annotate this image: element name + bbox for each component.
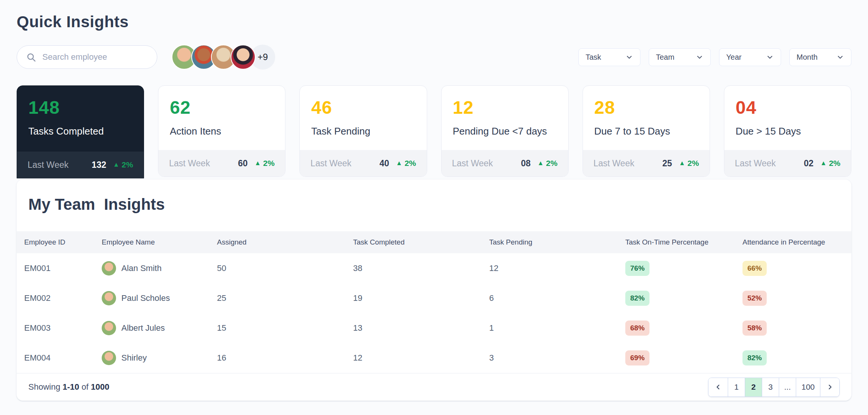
on-time-badge: 82%	[625, 291, 649, 306]
cell-employee-id: EM001	[24, 263, 102, 273]
cell-attendance: 58%	[742, 321, 844, 336]
stat-card-tasks-completed[interactable]: 148 Tasks Completed Last Week 132 ▲ 2%	[17, 85, 144, 178]
trend-delta: 2%	[829, 159, 840, 168]
card-body: 62 Action Itens	[158, 86, 285, 150]
lastweek-label: Last Week	[735, 158, 776, 169]
card-body: 04 Due > 15 Days	[724, 86, 851, 150]
team-filter-dropdown[interactable]: Team	[649, 48, 711, 66]
cell-attendance: 82%	[742, 350, 844, 365]
stat-card-due-over-15[interactable]: 04 Due > 15 Days Last Week 02 ▲ 2%	[724, 85, 851, 177]
stat-label: Due 7 to 15 Days	[594, 125, 698, 137]
lastweek-value: 132	[92, 160, 106, 170]
lastweek-value: 08	[521, 158, 531, 169]
trend-up-icon: ▲	[113, 161, 119, 169]
stat-card-pending-due-7[interactable]: 12 Pending Due <7 days Last Week 08 ▲ 2%	[441, 85, 569, 177]
month-filter-dropdown[interactable]: Month	[789, 48, 851, 66]
trend-delta: 2%	[546, 159, 557, 168]
col-header-task-completed: Task Completed	[353, 238, 489, 246]
table-body: EM001 Alan Smith 50 38 12 76% 66% EM002 …	[17, 253, 851, 373]
on-time-badge: 69%	[625, 350, 649, 365]
task-filter-dropdown[interactable]: Task	[578, 48, 640, 66]
stat-card-task-pending[interactable]: 46 Task Pending Last Week 40 ▲ 2%	[299, 85, 427, 177]
year-filter-dropdown[interactable]: Year	[719, 48, 781, 66]
cell-completed: 19	[353, 293, 489, 303]
trend-delta: 2%	[405, 159, 416, 168]
col-header-attendance: Attendance in Percentage	[742, 238, 844, 246]
card-footer: Last Week 60 ▲ 2%	[158, 150, 285, 177]
col-header-on-time: Task On-Time Percentage	[625, 238, 742, 246]
page-ellipsis[interactable]: ...	[779, 378, 796, 396]
cell-employee-id: EM003	[24, 323, 102, 333]
lastweek-value: 02	[804, 158, 814, 169]
page-button-1[interactable]: 1	[728, 378, 745, 396]
employee-avatar	[102, 321, 116, 335]
page-button-100[interactable]: 100	[796, 378, 820, 396]
trend-up-icon: ▲	[820, 159, 827, 167]
cell-attendance: 66%	[742, 261, 844, 276]
table-row[interactable]: EM003 Albert Jules 15 13 1 68% 58%	[17, 313, 851, 343]
trend-up-icon: ▲	[254, 159, 261, 167]
card-footer: Last Week 25 ▲ 2%	[583, 150, 710, 177]
table-row[interactable]: EM001 Alan Smith 50 38 12 76% 66%	[17, 253, 851, 283]
cell-completed: 12	[353, 353, 489, 363]
trend-up-icon: ▲	[538, 159, 544, 167]
search-icon	[26, 52, 36, 62]
page-button-3[interactable]: 3	[762, 378, 779, 396]
prev-page-button[interactable]	[708, 378, 728, 396]
cell-assigned: 16	[217, 353, 353, 363]
search-box[interactable]	[17, 45, 157, 69]
stat-value: 04	[736, 97, 840, 118]
employee-name: Albert Jules	[121, 323, 165, 333]
attendance-badge: 66%	[742, 261, 767, 276]
month-filter-label: Month	[797, 53, 836, 62]
stat-label: Due > 15 Days	[736, 125, 840, 137]
lastweek-value: 60	[238, 158, 248, 169]
employee-name: Shirley	[121, 353, 147, 363]
showing-range: 1-10	[63, 382, 79, 392]
cell-employee-id: EM004	[24, 353, 102, 363]
cell-assigned: 50	[217, 263, 353, 273]
card-footer: Last Week 132 ▲ 2%	[17, 152, 144, 178]
stat-card-action-items[interactable]: 62 Action Itens Last Week 60 ▲ 2%	[158, 85, 285, 177]
stat-value: 46	[311, 97, 415, 118]
showing-prefix: Showing	[28, 382, 60, 392]
lastweek-label: Last Week	[594, 158, 634, 169]
table-footer: Showing 1-10 of 1000 1 2 3 ... 100	[17, 373, 851, 401]
cell-completed: 38	[353, 263, 489, 273]
card-body: 148 Tasks Completed	[17, 86, 144, 152]
pagination: 1 2 3 ... 100	[708, 378, 840, 397]
employee-avatar	[102, 261, 116, 276]
year-filter-label: Year	[726, 53, 766, 62]
lastweek-label: Last Week	[452, 158, 493, 169]
cell-employee: Alan Smith	[102, 261, 217, 276]
search-input[interactable]	[42, 52, 148, 62]
page-button-2-active[interactable]: 2	[745, 378, 762, 396]
stat-card-due-7-15[interactable]: 28 Due 7 to 15 Days Last Week 25 ▲ 2%	[583, 85, 710, 177]
stat-cards: 148 Tasks Completed Last Week 132 ▲ 2% 6…	[17, 85, 851, 178]
employee-avatar	[102, 351, 116, 365]
card-body: 12 Pending Due <7 days	[442, 86, 568, 150]
lastweek-value: 25	[662, 158, 672, 169]
stat-label: Action Itens	[170, 125, 274, 137]
stat-value: 148	[28, 97, 132, 118]
cell-on-time: 69%	[625, 350, 742, 365]
trend-delta: 2%	[688, 159, 699, 168]
chevron-left-icon	[715, 383, 722, 391]
stat-value: 12	[453, 97, 557, 118]
table-row[interactable]: EM002 Paul Scholes 25 19 6 82% 52%	[17, 283, 851, 313]
avatar-group[interactable]: +9	[172, 45, 275, 70]
card-footer: Last Week 08 ▲ 2%	[442, 150, 568, 177]
showing-text: Showing 1-10 of 1000	[28, 382, 109, 392]
table-row[interactable]: EM004 Shirley 16 12 3 69% 82%	[17, 343, 851, 373]
cell-attendance: 52%	[742, 291, 844, 306]
lastweek-label: Last Week	[310, 158, 351, 169]
next-page-button[interactable]	[820, 378, 839, 396]
stat-label: Pending Due <7 days	[453, 125, 557, 137]
attendance-badge: 58%	[742, 321, 767, 336]
chevron-down-icon	[836, 53, 844, 61]
lastweek-label: Last Week	[28, 160, 68, 170]
cell-employee-id: EM002	[24, 293, 102, 303]
dashboard: Quick Insights +9 Task Team	[0, 0, 868, 401]
on-time-badge: 68%	[625, 321, 649, 336]
card-body: 28 Due 7 to 15 Days	[583, 86, 710, 150]
